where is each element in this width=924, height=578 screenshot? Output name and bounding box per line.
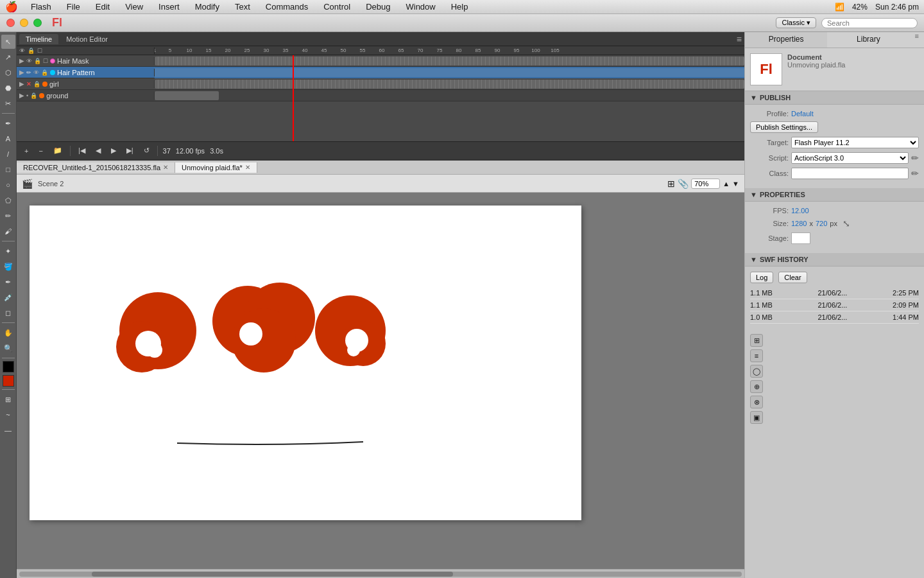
tab-motion-editor[interactable]: Motion Editor bbox=[60, 34, 114, 44]
tool-3d[interactable]: ⬣ bbox=[1, 81, 15, 95]
menu-window[interactable]: Window bbox=[403, 2, 438, 12]
rpanel-tool-2[interactable]: ≡ bbox=[750, 349, 763, 362]
tool-polystar[interactable]: ⬠ bbox=[1, 193, 15, 207]
clip-icon[interactable]: 📎 bbox=[678, 179, 689, 189]
rpanel-tool-3[interactable]: ◯ bbox=[750, 365, 763, 378]
rpanel-tool-6[interactable]: ▣ bbox=[750, 411, 763, 424]
layer-label-hair-pattern[interactable]: Hair Pattern bbox=[57, 69, 95, 76]
maximize-button[interactable] bbox=[33, 19, 42, 27]
menu-control[interactable]: Control bbox=[321, 2, 353, 12]
tool-smooth[interactable]: ~ bbox=[1, 408, 15, 422]
menu-view[interactable]: View bbox=[123, 2, 146, 12]
profile-value[interactable]: Default bbox=[791, 110, 814, 118]
doc-tab-recover-close[interactable]: ✕ bbox=[163, 164, 168, 171]
tool-eyedropper[interactable]: 💉 bbox=[1, 290, 15, 304]
tool-hand[interactable]: ✋ bbox=[1, 326, 15, 340]
doc-tab-recover[interactable]: RECOVER_Untitled-1_20150618213335.fla ✕ bbox=[17, 162, 175, 173]
timeline-collapse[interactable]: ≡ bbox=[737, 34, 742, 44]
tool-ink[interactable]: ✒ bbox=[1, 275, 15, 289]
layer-label-hair-mask[interactable]: Hair Mask bbox=[57, 57, 89, 65]
layer-lock-icon[interactable]: 🔒 bbox=[34, 58, 41, 64]
size-edit-icon[interactable]: ⤡ bbox=[843, 218, 850, 229]
layer-edit-icon[interactable]: ✏ bbox=[26, 69, 31, 76]
minimize-button[interactable] bbox=[20, 19, 28, 27]
layer-expand-icon-2[interactable]: ▶ bbox=[19, 69, 24, 76]
menu-flash[interactable]: Flash bbox=[28, 2, 54, 12]
menu-edit[interactable]: Edit bbox=[93, 2, 112, 12]
tab-properties[interactable]: Properties bbox=[745, 32, 827, 48]
canvas-container[interactable] bbox=[17, 193, 744, 569]
classic-dropdown[interactable]: Classic ▾ bbox=[776, 17, 816, 28]
menu-modify[interactable]: Modify bbox=[193, 2, 222, 12]
layer-label-ground[interactable]: ground bbox=[46, 92, 68, 100]
close-button[interactable] bbox=[6, 19, 15, 27]
tool-snap[interactable]: ⊞ bbox=[1, 392, 15, 407]
menu-commands[interactable]: Commands bbox=[263, 2, 311, 12]
section-properties-header[interactable]: ▼ PROPERTIES bbox=[745, 188, 924, 202]
search-input[interactable] bbox=[821, 18, 918, 28]
delete-layer-btn[interactable]: − bbox=[36, 146, 45, 155]
class-input[interactable] bbox=[791, 168, 909, 179]
zoom-input[interactable] bbox=[691, 179, 720, 189]
layer-lock4[interactable]: 🔒 bbox=[30, 92, 37, 99]
rpanel-tool-5[interactable]: ⊗ bbox=[750, 396, 763, 408]
size-width[interactable]: 1280 bbox=[791, 220, 807, 227]
tool-select[interactable]: ↖ bbox=[1, 35, 15, 49]
tool-bone[interactable]: ✦ bbox=[1, 244, 15, 258]
next-frame-btn[interactable]: ▶| bbox=[124, 146, 136, 155]
tool-pen[interactable]: ✒ bbox=[1, 116, 15, 130]
tool-subselect[interactable]: ↗ bbox=[1, 50, 15, 64]
tab-library[interactable]: Library bbox=[827, 32, 909, 48]
fill-color[interactable] bbox=[3, 375, 14, 387]
tool-lasso[interactable]: ✂ bbox=[1, 96, 15, 110]
tool-line[interactable]: / bbox=[1, 147, 15, 161]
scene-label[interactable]: Scene 2 bbox=[38, 180, 64, 188]
tool-rect[interactable]: □ bbox=[1, 162, 15, 177]
stroke-color[interactable] bbox=[3, 361, 14, 372]
menu-help[interactable]: Help bbox=[449, 2, 471, 12]
layer-lock2[interactable]: 🔒 bbox=[41, 69, 48, 76]
go-first-btn[interactable]: |◀ bbox=[76, 146, 88, 155]
log-btn[interactable]: Log bbox=[750, 272, 773, 283]
prev-frame-btn[interactable]: ◀ bbox=[93, 146, 103, 155]
rpanel-menu-icon[interactable]: ≡ bbox=[910, 32, 924, 48]
script-edit-icon[interactable]: ✏ bbox=[911, 153, 919, 163]
fps-value[interactable]: 12.00 bbox=[791, 207, 809, 215]
rpanel-tool-1[interactable]: ⊞ bbox=[750, 334, 763, 347]
h-scroll-thumb[interactable] bbox=[92, 572, 453, 577]
menu-file[interactable]: File bbox=[64, 2, 83, 12]
tool-oval[interactable]: ○ bbox=[1, 178, 15, 192]
doc-tab-unmoving[interactable]: Unmoving plaid.fla* ✕ bbox=[175, 162, 257, 173]
tool-brush[interactable]: 🖌 bbox=[1, 224, 15, 238]
apple-menu[interactable]: 🍎 bbox=[5, 1, 18, 13]
section-publish-header[interactable]: ▼ PUBLISH bbox=[745, 91, 924, 105]
menu-text[interactable]: Text bbox=[232, 2, 253, 12]
stage-canvas[interactable] bbox=[30, 206, 581, 520]
play-btn[interactable]: ▶ bbox=[108, 146, 119, 155]
tab-timeline[interactable]: Timeline bbox=[19, 34, 58, 44]
doc-tab-unmoving-close[interactable]: ✕ bbox=[245, 164, 250, 171]
tool-paint-bucket[interactable]: 🪣 bbox=[1, 259, 15, 274]
zoom-up-btn[interactable]: ▲ bbox=[723, 180, 730, 188]
layer-expand-icon[interactable]: ▶ bbox=[19, 57, 24, 64]
clear-btn[interactable]: Clear bbox=[778, 272, 807, 283]
menu-debug[interactable]: Debug bbox=[363, 2, 393, 12]
menu-insert[interactable]: Insert bbox=[156, 2, 182, 12]
rpanel-tool-4[interactable]: ⊕ bbox=[750, 380, 763, 393]
zoom-down-btn[interactable]: ▼ bbox=[732, 180, 739, 188]
add-layer-btn[interactable]: + bbox=[22, 146, 31, 155]
layer-vis2[interactable]: 👁 bbox=[33, 69, 39, 76]
tool-text[interactable]: A bbox=[1, 132, 15, 146]
section-swf-header[interactable]: ▼ SWF HISTORY bbox=[745, 253, 924, 267]
h-scrollbar[interactable] bbox=[17, 569, 744, 578]
layer-outline-icon[interactable]: ☐ bbox=[43, 58, 48, 64]
loop-btn[interactable]: ↺ bbox=[141, 146, 152, 155]
tool-zoom[interactable]: 🔍 bbox=[1, 341, 15, 355]
target-select[interactable]: Flash Player 11.2 bbox=[791, 137, 919, 148]
class-edit-icon[interactable]: ✏ bbox=[911, 168, 919, 179]
layer-x-icon[interactable]: ✕ bbox=[26, 81, 31, 87]
layer-visibility-icon[interactable]: 👁 bbox=[26, 58, 32, 64]
size-height[interactable]: 720 bbox=[816, 220, 827, 227]
tool-pencil[interactable]: ✏ bbox=[1, 209, 15, 223]
fit-screen-icon[interactable]: ⊞ bbox=[667, 179, 675, 189]
